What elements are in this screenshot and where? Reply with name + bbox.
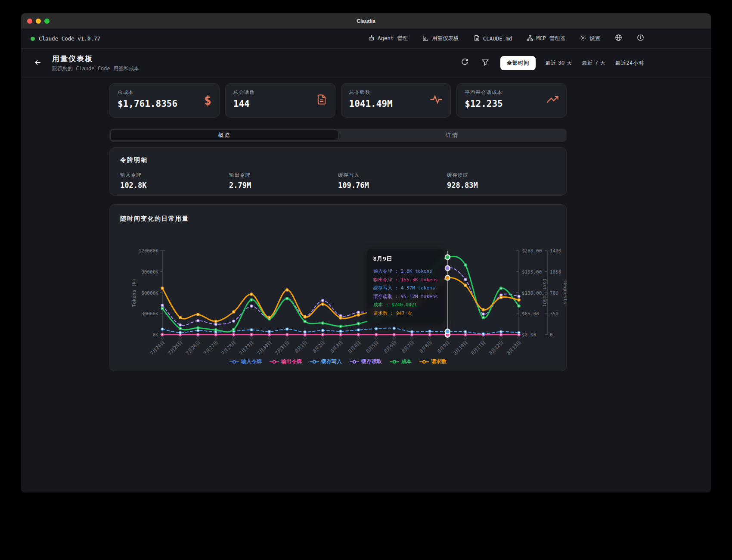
tooltip-row: 输出令牌 : 155.3K tokens — [373, 276, 438, 284]
chart-legend: 输入令牌输出令牌缓存写入缓存读取成本请求数 — [110, 358, 566, 365]
svg-text:$130.00: $130.00 — [522, 290, 542, 296]
refresh-button[interactable] — [459, 58, 470, 69]
svg-text:8月6日: 8月6日 — [383, 339, 397, 354]
app-window: Claudia Claude Code v1.0.77 Agent 管理 用量仪… — [21, 13, 711, 493]
svg-text:7月27日: 7月27日 — [203, 339, 220, 356]
svg-text:8月5日: 8月5日 — [365, 339, 380, 354]
tooltip-date: 8月9日 — [373, 255, 438, 263]
svg-text:60000K: 60000K — [141, 290, 158, 296]
time-filter-24-hours[interactable]: 最近24小时 — [615, 59, 644, 67]
page-subtitle: 跟踪您的 Claude Code 用量和成本 — [52, 65, 139, 72]
tooltip-row: 成本 : $240.0021 — [373, 301, 438, 309]
svg-text:90000K: 90000K — [141, 269, 158, 275]
time-filter-7-days[interactable]: 最近 7 天 — [582, 59, 605, 67]
svg-text:8月13日: 8月13日 — [506, 339, 522, 356]
tooltip-row: 输入令牌 : 2.8K tokens — [373, 267, 438, 276]
svg-text:0K: 0K — [153, 332, 159, 338]
window-title: Claudia — [21, 18, 711, 24]
activity-icon — [430, 94, 443, 107]
svg-text:8月4日: 8月4日 — [347, 339, 362, 354]
daily-usage-chart[interactable]: 0K30000K60000K90000K120000KTokens (K)$0.… — [110, 205, 567, 361]
bot-icon — [368, 35, 375, 43]
legend-item-input-tokens[interactable]: 输入令牌 — [230, 358, 262, 365]
info-button[interactable] — [637, 34, 644, 43]
svg-text:8月12日: 8月12日 — [488, 339, 505, 356]
svg-text:$0.00: $0.00 — [522, 332, 536, 338]
app-version-label: Claude Code v1.0.77 — [39, 35, 100, 42]
svg-text:8月11日: 8月11日 — [470, 339, 487, 356]
legend-item-output-tokens[interactable]: 输出令牌 — [270, 358, 302, 365]
cost-hover-point — [445, 255, 450, 259]
nav-item-agents[interactable]: Agent 管理 — [368, 35, 408, 43]
back-button[interactable] — [31, 56, 45, 71]
svg-text:Tokens (K): Tokens (K) — [131, 278, 137, 307]
svg-text:8月7日: 8月7日 — [401, 339, 416, 354]
app-status: Claude Code v1.0.77 — [31, 35, 100, 42]
stat-label: 平均每会话成本 — [465, 89, 503, 96]
filter-button[interactable] — [480, 58, 491, 69]
svg-text:30000K: 30000K — [141, 311, 158, 317]
stat-label: 总令牌数 — [349, 89, 393, 96]
token-breakdown-card: 令牌明细 输入令牌 102.8K 输出令牌 2.79M 缓存写入 109.76M… — [109, 147, 567, 196]
stats-row: 总成本 $1,761.8356 $ 总会话数 144 总令牌数 1041.49M… — [109, 83, 567, 118]
stat-value: $12.235 — [465, 99, 503, 109]
nav-item-mcp-manager[interactable]: MCP 管理器 — [527, 35, 565, 43]
nav-item-usage-dashboard[interactable]: 用量仪表板 — [422, 35, 459, 43]
stat-card-avg-cost-per-session: 平均每会话成本 $12.235 — [456, 83, 567, 118]
daily-usage-chart-card: 随时间变化的日常用量 0K30000K60000K90000K120000KTo… — [109, 204, 567, 371]
stat-value: 144 — [233, 99, 255, 109]
token-stat-output: 输出令牌 2.79M — [229, 172, 338, 190]
tab-overview[interactable]: 概览 — [110, 130, 338, 141]
time-filter-30-days[interactable]: 最近 30 天 — [545, 59, 572, 67]
tooltip-row: 缓存写入 : 4.57M tokens — [373, 284, 438, 292]
svg-text:700: 700 — [550, 290, 558, 296]
cache-read-hover-point — [445, 266, 450, 271]
nav-item-settings[interactable]: 设置 — [580, 35, 600, 43]
stat-label: 总成本 — [118, 89, 177, 96]
legend-item-cache-write[interactable]: 缓存写入 — [310, 358, 342, 365]
language-globe-button[interactable] — [615, 34, 622, 43]
svg-text:7月25日: 7月25日 — [167, 339, 184, 356]
svg-text:$260.00: $260.00 — [522, 248, 542, 254]
svg-text:7月26日: 7月26日 — [185, 339, 202, 356]
time-filter-all-time[interactable]: 全部时间 — [500, 56, 536, 70]
legend-item-cache-read[interactable]: 缓存读取 — [350, 358, 382, 365]
token-stat-input: 输入令牌 102.8K — [120, 172, 229, 190]
globe-icon — [615, 34, 622, 43]
svg-text:Requests: Requests — [562, 281, 567, 304]
chart-tooltip: 8月9日 输入令牌 : 2.8K tokens输出令牌 : 155.3K tok… — [367, 249, 444, 323]
nav-item-claude-md[interactable]: CLAUDE.md — [474, 35, 512, 43]
tab-details[interactable]: 详情 — [338, 130, 566, 141]
trending-up-icon — [546, 94, 558, 106]
svg-text:1050: 1050 — [550, 269, 561, 275]
tooltip-row: 请求数 : 947 次 — [373, 309, 438, 318]
stat-value: $1,761.8356 — [118, 99, 177, 109]
svg-text:8月8日: 8月8日 — [419, 339, 433, 354]
info-icon — [637, 34, 644, 43]
svg-text:1400: 1400 — [550, 248, 561, 254]
tooltip-row: 缓存读取 : 95.12M tokens — [373, 292, 438, 301]
svg-text:350: 350 — [550, 311, 558, 317]
svg-text:8月9日: 8月9日 — [436, 339, 451, 354]
document-icon — [316, 93, 327, 107]
svg-text:8月3日: 8月3日 — [329, 339, 344, 354]
stat-card-total-sessions: 总会话数 144 — [225, 83, 335, 118]
svg-text:7月28日: 7月28日 — [220, 339, 237, 356]
svg-text:$65.00: $65.00 — [522, 311, 539, 317]
svg-text:7月29日: 7月29日 — [238, 339, 255, 356]
nav-menu: Agent 管理 用量仪表板 CLAUDE.md MCP 管理器 设置 — [368, 34, 644, 43]
requests-hover-point — [445, 276, 450, 280]
status-dot-icon — [31, 37, 35, 41]
network-icon — [527, 35, 533, 43]
legend-item-requests[interactable]: 请求数 — [419, 358, 447, 365]
stat-card-total-cost: 总成本 $1,761.8356 $ — [109, 83, 220, 118]
token-stat-cache-write: 缓存写入 109.76M — [338, 172, 447, 190]
token-stat-cache-read: 缓存读取 928.83M — [447, 172, 556, 190]
legend-item-cost[interactable]: 成本 — [390, 358, 412, 365]
output-tokens-series — [161, 333, 521, 336]
page-header: 用量仪表板 跟踪您的 Claude Code 用量和成本 全部时间 最近 30 … — [21, 49, 711, 78]
filter-icon — [482, 59, 489, 68]
file-icon — [474, 35, 480, 43]
page-title: 用量仪表板 — [52, 54, 139, 64]
arrow-left-icon — [34, 59, 42, 68]
